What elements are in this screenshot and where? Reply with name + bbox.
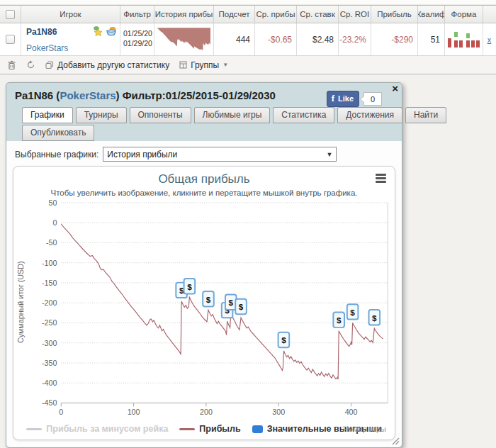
column-header-0 <box>0 6 21 23</box>
svg-text:$: $ <box>372 313 377 323</box>
profit-cell: -$290 <box>371 23 418 55</box>
table-toolbar: Добавить другую статистику Группы ▼ <box>0 55 496 74</box>
legend-rake-label: Прибыль за минусом рейка <box>46 424 168 434</box>
popup-title-filter: ) Фильтр:01/25/2015-01/29/2030 <box>116 89 276 101</box>
chart-selector-dropdown[interactable]: История прибыли ▼ <box>103 147 337 162</box>
bowl-icon[interactable] <box>106 26 117 37</box>
groups-button[interactable]: Группы ▼ <box>179 60 228 70</box>
column-header-6[interactable]: Ср. ставк <box>297 6 339 23</box>
row-checkbox-cell <box>0 23 21 55</box>
svg-text:200: 200 <box>200 408 213 416</box>
chart-menu-icon[interactable] <box>376 174 386 183</box>
x-axis-title: Номер игры <box>343 425 386 433</box>
row-checkbox[interactable] <box>6 35 15 44</box>
tab-5[interactable]: Достижения <box>337 107 402 123</box>
svg-text:$: $ <box>239 302 244 311</box>
svg-text:400: 400 <box>345 408 358 416</box>
tab-1[interactable]: Турниры <box>76 107 127 123</box>
resize-grip[interactable] <box>392 437 400 445</box>
popup-close-button[interactable]: × <box>392 83 398 94</box>
form-mini-chart <box>448 32 480 47</box>
facebook-icon: f <box>332 93 334 104</box>
column-header-3[interactable]: История прибы <box>154 6 214 23</box>
svg-text:-300: -300 <box>42 339 57 347</box>
chart-legend: Прибыль за минусом рейка Прибыль Значите… <box>15 422 393 438</box>
filter-date-to: 01/29/20 <box>123 38 154 48</box>
chart-selector-row: Выбранные графики: История прибыли ▼ <box>13 145 395 166</box>
tab-3[interactable]: Любимые игры <box>194 107 271 123</box>
legend-rake-swatch <box>26 428 42 430</box>
profit-history-cell <box>154 23 214 55</box>
svg-text:50: 50 <box>49 198 57 207</box>
column-header-10[interactable]: Форма <box>445 6 483 23</box>
svg-text:-150: -150 <box>42 279 57 287</box>
column-header-2[interactable]: Фильтр <box>120 6 154 23</box>
column-header-5[interactable]: Ср. прибы <box>255 6 297 23</box>
svg-text:$: $ <box>206 295 211 304</box>
svg-text:$: $ <box>350 308 355 317</box>
column-header-4[interactable]: Подсчет <box>214 6 255 23</box>
site-name-link[interactable]: PokerStars <box>26 43 117 53</box>
form-cell <box>445 23 483 55</box>
svg-text:-250: -250 <box>42 318 57 327</box>
column-header-1[interactable]: Игрок <box>21 6 120 23</box>
svg-text:$: $ <box>281 335 286 345</box>
remove-row-link[interactable]: x <box>487 35 492 44</box>
svg-text:$: $ <box>337 315 342 325</box>
popup-title-player: Pa1N86 ( <box>15 89 60 101</box>
table-row: Pa1N86 PokerStars 01/25/20 01/29/20 <box>0 23 496 55</box>
refresh-icon[interactable] <box>26 60 35 69</box>
tab-0[interactable]: Графики <box>22 107 73 123</box>
add-statistic-button[interactable]: Добавить другую статистику <box>45 60 169 70</box>
legend-profit-swatch <box>179 428 195 430</box>
profit-chart-plot[interactable]: 500-50-100-150-200-250-300-350-400-45001… <box>15 197 393 420</box>
delete-icon[interactable] <box>7 60 16 70</box>
column-header-7[interactable]: Ср. ROI <box>339 6 371 23</box>
chart-subtitle: Чтобы увеличить изображение, кликните и … <box>15 189 393 197</box>
tab-2[interactable]: Оппоненты <box>130 107 191 123</box>
svg-text:-200: -200 <box>42 298 57 307</box>
svg-text:300: 300 <box>272 408 285 416</box>
avg-profit-cell: -$0.65 <box>255 23 297 55</box>
player-cell: Pa1N86 PokerStars <box>21 23 120 55</box>
svg-text:$: $ <box>228 298 233 307</box>
profit-history-sparkline[interactable] <box>156 26 212 53</box>
legend-item-profit[interactable]: Прибыль <box>179 424 240 434</box>
svg-text:Суммарный итог (USD): Суммарный итог (USD) <box>16 261 25 342</box>
fb-like-count: 0 <box>363 92 382 106</box>
remove-cell: x <box>483 23 495 55</box>
filter-date-from: 01/25/20 <box>123 28 154 38</box>
popup-header: f Like 0 Pa1N86 (PokerStars) Фильтр:01/2… <box>6 83 402 141</box>
svg-text:-450: -450 <box>42 398 57 407</box>
add-statistic-label: Добавить другую статистику <box>57 60 169 70</box>
column-header-9[interactable]: Квалиф <box>418 6 445 23</box>
groups-caret-icon: ▼ <box>222 62 228 68</box>
popup-content: Выбранные графики: История прибыли ▼ Общ… <box>6 141 402 447</box>
column-header-11 <box>483 6 495 23</box>
tabs-row-2: Опубликовать <box>15 123 395 141</box>
legend-profit-label: Прибыль <box>199 424 240 434</box>
legend-item-rake[interactable]: Прибыль за минусом рейка <box>26 424 168 434</box>
svg-text:0: 0 <box>52 218 57 227</box>
filter-cell: 01/25/20 01/29/20 <box>120 23 154 55</box>
tab-7[interactable]: Опубликовать <box>22 125 94 141</box>
fb-like-button[interactable]: f Like <box>327 91 359 107</box>
table-header-row: ИгрокФильтрИстория прибыПодсчетСр. прибы… <box>0 6 496 23</box>
tab-4[interactable]: Статистика <box>273 107 334 123</box>
add-statistic-icon <box>45 61 54 69</box>
chart-title: Общая прибыль <box>15 172 393 186</box>
svg-text:-400: -400 <box>42 379 57 387</box>
star-badge-icon[interactable] <box>93 26 103 37</box>
column-header-8[interactable]: Прибыль <box>371 6 418 23</box>
qualification-cell: 51 <box>418 23 445 55</box>
tabs-row-1: ГрафикиТурнирыОппонентыЛюбимые игрыСтати… <box>15 101 327 123</box>
legend-wins-swatch <box>252 425 263 433</box>
chart-selector-label: Выбранные графики: <box>15 150 98 159</box>
select-all-checkbox[interactable] <box>6 10 15 19</box>
tab-6[interactable]: Найти <box>405 107 446 123</box>
groups-label: Группы <box>191 60 219 70</box>
svg-text:-100: -100 <box>42 259 57 267</box>
svg-text:0: 0 <box>59 408 63 416</box>
avg-roi-cell: -23.2% <box>339 23 371 55</box>
player-name-link[interactable]: Pa1N86 <box>26 27 57 37</box>
